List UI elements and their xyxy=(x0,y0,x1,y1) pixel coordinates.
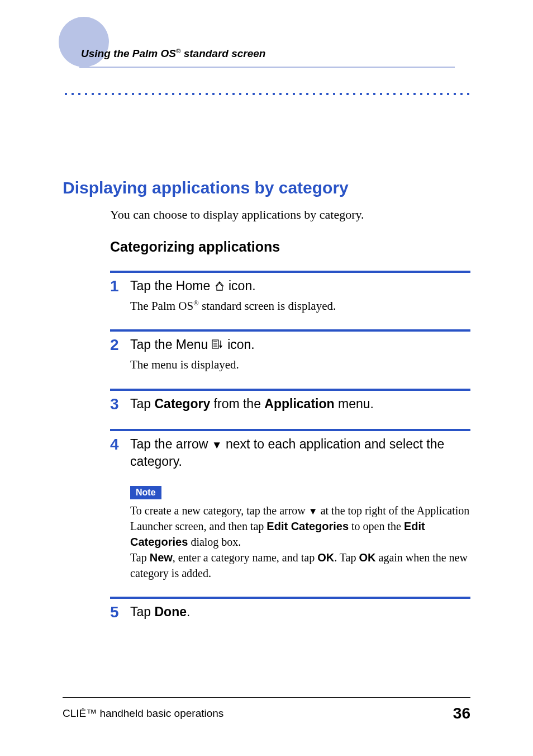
nt: Tap xyxy=(130,551,150,564)
step-5: 5 Tap Done. xyxy=(110,599,470,621)
step-number: 5 xyxy=(110,603,128,621)
step-title-text: icon. xyxy=(227,337,255,352)
step-body: Tap Done. xyxy=(128,603,470,621)
step-title-text: icon. xyxy=(229,278,256,293)
header-prefix: Using the Palm OS xyxy=(81,48,176,59)
footer: CLIÉ™ handheld basic operations 36 xyxy=(63,697,470,722)
page: Using the Palm OS® standard screen Displ… xyxy=(0,0,533,756)
nt-bold: OK xyxy=(359,551,376,564)
header-suffix: standard screen xyxy=(180,48,265,59)
note-body: To create a new category, tap the arrow … xyxy=(130,503,470,581)
step-body: Tap Category from the Application menu. xyxy=(128,395,470,413)
step-number: 4 xyxy=(110,436,128,453)
nt-bold: New xyxy=(150,551,173,564)
step-title: Tap the arrow ▼ next to each application… xyxy=(130,436,470,470)
page-number: 36 xyxy=(453,705,470,722)
dotted-rule xyxy=(63,92,470,96)
t-bold: Done xyxy=(154,604,187,619)
step-title-text: Tap the Home xyxy=(130,278,214,293)
t: menu. xyxy=(335,396,374,411)
intro-text: You can choose to display applications b… xyxy=(110,207,470,222)
step-body: Tap the arrow ▼ next to each application… xyxy=(128,436,470,581)
down-arrow-icon: ▼ xyxy=(212,439,222,451)
nt: , enter a category name, and tap xyxy=(173,551,317,564)
step-desc: The menu is displayed. xyxy=(130,357,470,372)
section-title: Displaying applications by category xyxy=(63,178,470,197)
t: Tap the arrow xyxy=(130,437,212,451)
step-title: Tap Category from the Application menu. xyxy=(130,395,470,413)
breadcrumb-header: Using the Palm OS® standard screen xyxy=(81,48,265,60)
home-icon xyxy=(214,278,225,296)
steps-list: 1 Tap the Home icon. The Palm OS® standa… xyxy=(110,271,470,621)
svg-rect-0 xyxy=(212,340,218,348)
t: . xyxy=(187,604,190,619)
step-body: Tap the Menu icon. xyxy=(128,336,470,372)
step-title: Tap the Menu icon. xyxy=(130,336,470,355)
nt: To create a new category, tap the arrow xyxy=(130,504,308,517)
step-2: 2 Tap the Menu xyxy=(110,332,470,372)
nt-bold: OK xyxy=(317,551,334,564)
step-number: 1 xyxy=(110,277,128,295)
subheading: Categorizing applications xyxy=(110,239,470,255)
t-bold: Application xyxy=(264,396,334,411)
nt: dialog box. xyxy=(188,536,241,548)
nt: to open the xyxy=(349,520,404,532)
step-4: 4 Tap the arrow ▼ next to each applicati… xyxy=(110,431,470,581)
t-bold: Category xyxy=(154,396,210,411)
step-desc-text: standard screen is displayed. xyxy=(199,299,336,313)
step-title-text: Tap the Menu xyxy=(130,337,212,352)
note-label: Note xyxy=(130,486,161,499)
step-title: Tap Done. xyxy=(130,603,470,621)
step-1: 1 Tap the Home icon. The Palm OS® standa… xyxy=(110,273,470,314)
step-title: Tap the Home icon. xyxy=(130,277,470,296)
t: Tap xyxy=(130,396,154,411)
header-rule xyxy=(79,67,455,68)
step-body: Tap the Home icon. The Palm OS® standard… xyxy=(128,277,470,314)
down-arrow-icon: ▼ xyxy=(308,506,318,517)
t: Tap xyxy=(130,604,154,619)
step-3: 3 Tap Category from the Application menu… xyxy=(110,391,470,413)
nt-bold: Edit Categories xyxy=(266,520,349,532)
menu-icon xyxy=(212,337,224,355)
nt: . Tap xyxy=(334,551,359,564)
step-desc-text: The Palm OS xyxy=(130,299,193,313)
step-number: 3 xyxy=(110,395,128,413)
registered-icon: ® xyxy=(193,299,199,307)
step-desc: The Palm OS® standard screen is displaye… xyxy=(130,298,470,314)
t: from the xyxy=(210,396,264,411)
footer-text: CLIÉ™ handheld basic operations xyxy=(63,707,223,720)
step-number: 2 xyxy=(110,336,128,354)
